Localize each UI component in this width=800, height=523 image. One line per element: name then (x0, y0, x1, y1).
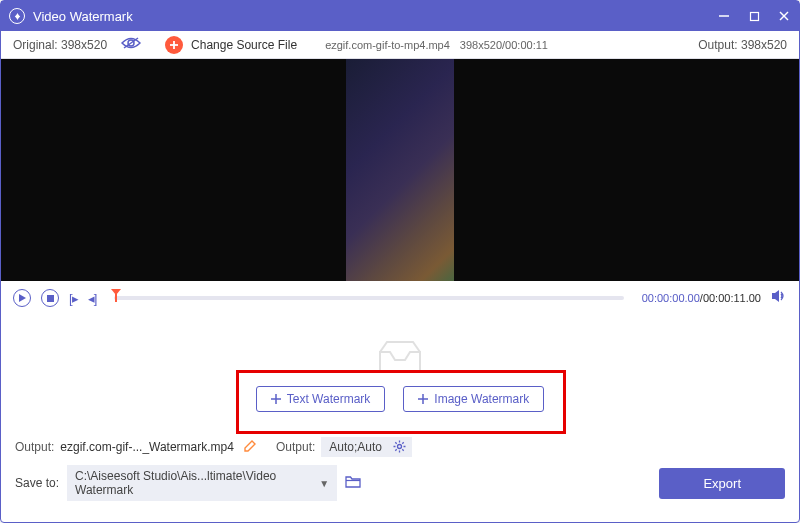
text-watermark-button[interactable]: Text Watermark (256, 386, 386, 412)
time-display: 00:00:00.00/00:00:11.00 (642, 292, 761, 304)
output-format-label: Output: (276, 440, 315, 454)
video-preview (1, 59, 799, 281)
titlebar: Video Watermark (1, 1, 799, 31)
minimize-button[interactable] (717, 9, 731, 23)
output-format: Output: Auto;Auto (276, 437, 412, 457)
output-format-select[interactable]: Auto;Auto (321, 437, 412, 457)
open-folder-icon[interactable] (345, 475, 361, 491)
mark-in-button[interactable]: [▸ (69, 291, 78, 306)
save-path-value: C:\Aiseesoft Studio\Ais...ltimate\Video … (75, 469, 319, 497)
export-button[interactable]: Export (659, 468, 785, 499)
text-watermark-label: Text Watermark (287, 392, 371, 406)
app-logo (9, 8, 25, 24)
svg-rect-9 (47, 295, 54, 302)
plus-icon (271, 394, 281, 404)
image-watermark-label: Image Watermark (434, 392, 529, 406)
mark-out-button[interactable]: ◂] (88, 291, 97, 306)
output-row: Output: ezgif.com-gif-..._Watermark.mp4 … (15, 437, 785, 457)
timeline-slider[interactable] (114, 296, 623, 300)
output-file-label: Output: (15, 440, 54, 454)
source-dimensions-duration: 398x520/00:00:11 (460, 39, 548, 51)
original-dimensions: Original: 398x520 (13, 38, 107, 52)
save-path-select[interactable]: C:\Aiseesoft Studio\Ais...ltimate\Video … (67, 465, 337, 501)
chevron-down-icon: ▼ (319, 478, 329, 489)
playback-bar: [▸ ◂] 00:00:00.00/00:00:11.00 (1, 281, 799, 315)
source-filename: ezgif.com-gif-to-mp4.mp4 (325, 39, 450, 51)
watermark-panel: Text Watermark Image Watermark (15, 319, 785, 431)
tray-icon (375, 338, 425, 376)
export-label: Export (703, 476, 741, 491)
plus-icon (165, 36, 183, 54)
timeline-playhead[interactable] (114, 291, 118, 301)
output-dimensions: Output: 398x520 (698, 38, 787, 52)
save-row: Save to: C:\Aiseesoft Studio\Ais...ltima… (15, 465, 785, 501)
svg-marker-8 (19, 294, 26, 302)
svg-point-15 (398, 445, 402, 449)
stop-button[interactable] (41, 289, 59, 307)
edit-output-name-icon[interactable] (244, 440, 256, 455)
svg-marker-10 (772, 290, 779, 302)
app-title: Video Watermark (33, 9, 717, 24)
plus-icon (418, 394, 428, 404)
change-source-label: Change Source File (191, 38, 297, 52)
bottom-panel: Output: ezgif.com-gif-..._Watermark.mp4 … (1, 431, 799, 501)
close-button[interactable] (777, 9, 791, 23)
maximize-button[interactable] (747, 9, 761, 23)
change-source-button[interactable]: Change Source File (165, 36, 297, 54)
svg-rect-1 (750, 12, 758, 20)
preview-toggle-icon[interactable] (121, 36, 141, 53)
output-file-name: ezgif.com-gif-..._Watermark.mp4 (60, 440, 234, 454)
output-format-value: Auto;Auto (329, 440, 382, 454)
save-to-label: Save to: (15, 476, 59, 490)
window-controls (717, 9, 791, 23)
video-frame (346, 59, 454, 281)
image-watermark-button[interactable]: Image Watermark (403, 386, 544, 412)
volume-icon[interactable] (771, 289, 787, 307)
toolbar: Original: 398x520 Change Source File ezg… (1, 31, 799, 59)
settings-icon[interactable] (393, 440, 406, 456)
play-button[interactable] (13, 289, 31, 307)
current-time: 00:00:00.00 (642, 292, 700, 304)
duration-time: 00:00:11.00 (703, 292, 761, 304)
watermark-buttons: Text Watermark Image Watermark (256, 386, 545, 412)
